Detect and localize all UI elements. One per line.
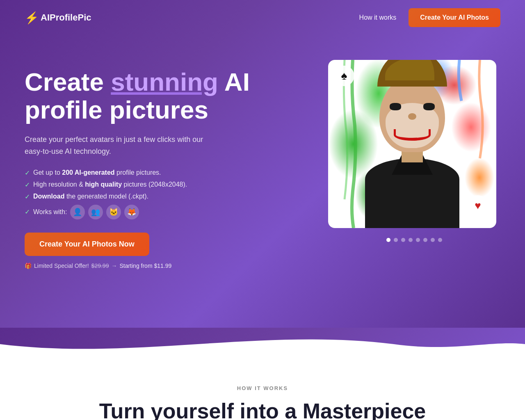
cta-section: Create Your AI Photos Now 🎁 Limited Spec…	[25, 233, 262, 269]
hero-content: Create stunning AI profile pictures Crea…	[25, 60, 500, 269]
works-with-label: Works with:	[33, 208, 67, 216]
hero-title-start: Create	[25, 68, 111, 96]
how-label: HOW IT WORKS	[25, 385, 500, 391]
dot-1[interactable]	[386, 238, 390, 242]
hero-subtitle: Create your perfect avatars in just a fe…	[25, 134, 221, 158]
nav-links: How it works Create Your AI Photos	[359, 8, 500, 27]
nose	[408, 113, 416, 120]
dot-2[interactable]	[394, 238, 398, 242]
nav-how-it-works[interactable]: How it works	[359, 14, 397, 21]
feature-4-works-with: ✓ Works with: 👤 👥 🐱 🦊	[25, 205, 262, 219]
feature-3-text: Download the generated model (.ckpt).	[33, 193, 148, 200]
platform-icons: 👤 👥 🐱 🦊	[70, 205, 139, 219]
hero-title-highlight: stunning	[111, 68, 218, 96]
old-price: $29.99	[91, 262, 109, 269]
dot-4[interactable]	[409, 238, 413, 242]
features-list: ✓ Get up to 200 AI-generated profile pic…	[25, 169, 262, 219]
how-title: Turn yourself into a Masterpiece	[25, 399, 500, 420]
feature-1: ✓ Get up to 200 AI-generated profile pic…	[25, 169, 262, 177]
hero-title: Create stunning AI profile pictures	[25, 68, 262, 124]
spade-badge: ♠	[334, 66, 354, 86]
feature-2-text: High resolution & high quality pictures …	[33, 181, 187, 188]
arrow: →	[111, 262, 117, 269]
carousel-dots	[328, 238, 500, 242]
hero-left: Create stunning AI profile pictures Crea…	[25, 60, 262, 269]
heart-icon: ♥	[475, 199, 481, 212]
heart-badge: ♥	[468, 195, 488, 216]
check-icon-4: ✓	[25, 208, 30, 216]
wave-divider	[0, 328, 525, 361]
dot-3[interactable]	[401, 238, 405, 242]
new-price: Starting from $11.99	[119, 262, 171, 269]
check-icon-1: ✓	[25, 169, 30, 177]
gift-icon: 🎁	[25, 262, 32, 269]
joker-smile	[394, 129, 431, 141]
nav-cta-button[interactable]: Create Your AI Photos	[409, 8, 500, 27]
hero-section: ⚡ AIProfilePic How it works Create Your …	[0, 0, 525, 328]
joker-artwork: ♠ ♥	[328, 60, 496, 228]
hero-image: ♠ ♥	[328, 60, 496, 228]
navigation: ⚡ AIProfilePic How it works Create Your …	[25, 0, 500, 35]
hero-right: ♠ ♥	[328, 60, 500, 242]
offer-prefix: Limited Special Offer!	[34, 262, 89, 269]
dot-6[interactable]	[423, 238, 427, 242]
platform-icon-github: 🐱	[106, 205, 121, 219]
eye-right	[423, 103, 435, 110]
how-section: HOW IT WORKS Turn yourself into a Master…	[0, 361, 525, 420]
hero-cta-button[interactable]: Create Your AI Photos Now	[25, 233, 149, 256]
logo-text: AIProfilePic	[41, 12, 91, 23]
platform-icon-person1: 👤	[70, 205, 85, 219]
platform-icon-cat: 🦊	[124, 205, 139, 219]
feature-1-text: Get up to 200 AI-generated profile pictu…	[33, 169, 161, 176]
feature-3: ✓ Download the generated model (.ckpt).	[25, 193, 262, 201]
dot-8[interactable]	[438, 238, 442, 242]
feature-2: ✓ High resolution & high quality picture…	[25, 181, 262, 189]
dot-5[interactable]	[416, 238, 420, 242]
dot-7[interactable]	[431, 238, 435, 242]
check-icon-3: ✓	[25, 193, 30, 201]
check-icon-2: ✓	[25, 181, 30, 189]
platform-icon-person2: 👥	[88, 205, 103, 219]
offer-text: 🎁 Limited Special Offer! $29.99 → Starti…	[25, 262, 262, 269]
logo[interactable]: ⚡ AIProfilePic	[25, 11, 91, 25]
spade-icon: ♠	[341, 69, 347, 82]
eye-left	[390, 103, 401, 110]
logo-icon: ⚡	[25, 11, 39, 25]
